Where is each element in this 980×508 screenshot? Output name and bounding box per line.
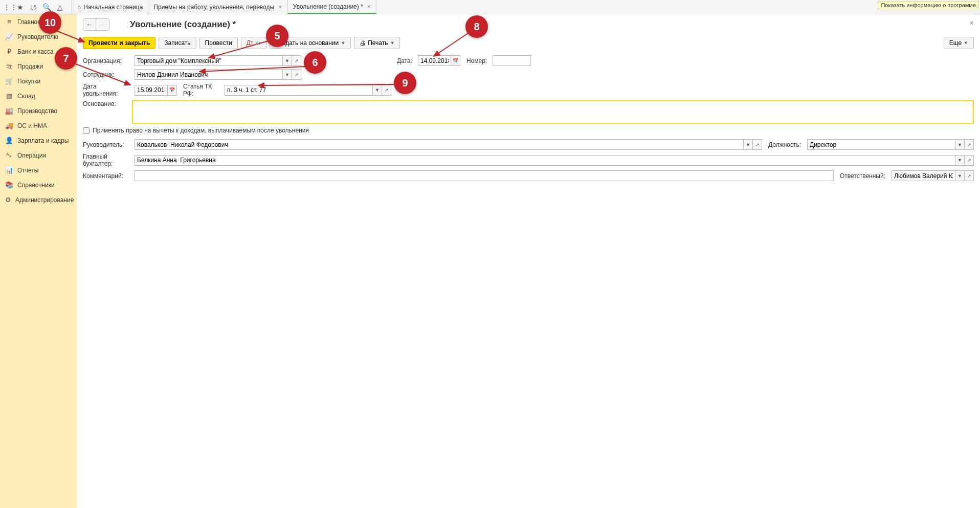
sidebar: ≡Главное 📈Руководителю ₽Банк и касса 🛍Пр… xyxy=(0,14,77,508)
ruble-icon: ₽ xyxy=(5,48,13,55)
cart-icon: 🛒 xyxy=(5,77,13,85)
org-input[interactable] xyxy=(135,55,283,66)
sidebar-item-references[interactable]: 📚Справочники xyxy=(0,178,77,192)
bag-icon: 🛍 xyxy=(5,62,13,70)
open-button[interactable]: ↗ xyxy=(292,55,301,66)
history-icon[interactable]: ⭯ xyxy=(29,3,37,11)
sidebar-item-reports[interactable]: 📊Отчеты xyxy=(0,163,77,178)
sidebar-item-purchases[interactable]: 🛒Покупки xyxy=(0,74,77,89)
marker-6: 6 xyxy=(304,51,326,74)
tab-dismissal[interactable]: Увольнение (создание) * × xyxy=(288,0,377,14)
dropdown-button[interactable]: ▼ xyxy=(283,55,292,66)
calendar-button[interactable]: 📅 xyxy=(168,85,177,96)
sidebar-item-warehouse[interactable]: ▦Склад xyxy=(0,89,77,103)
sidebar-item-admin[interactable]: ⚙Администрирование xyxy=(0,192,77,207)
page-title: Увольнение (создание) * xyxy=(130,19,236,30)
sidebar-label: Операции xyxy=(17,152,46,159)
print-label: Печать xyxy=(368,39,388,47)
marker-7: 7 xyxy=(55,47,77,70)
chart-icon: 📈 xyxy=(5,33,13,40)
chevron-down-icon: ▼ xyxy=(964,40,968,46)
open-button[interactable]: ↗ xyxy=(382,85,391,96)
sidebar-label: Отчеты xyxy=(17,167,38,174)
bars-icon: 📊 xyxy=(5,166,13,174)
emp-label: Сотрудник: xyxy=(83,71,131,78)
accountant-input[interactable] xyxy=(135,155,955,166)
sidebar-item-operations[interactable]: ᴬₖОперации xyxy=(0,148,77,163)
sidebar-item-assets[interactable]: 🚚ОС и НМА xyxy=(0,118,77,133)
books-icon: 📚 xyxy=(5,181,13,189)
sidebar-label: ОС и НМА xyxy=(17,122,47,129)
sidebar-label: Администрирование xyxy=(15,196,74,204)
open-button[interactable]: ↗ xyxy=(965,170,974,181)
forward-button[interactable]: → xyxy=(96,19,109,30)
dt-kt-button[interactable]: ДтКт xyxy=(241,37,266,49)
sidebar-label: Покупки xyxy=(17,78,40,85)
marker-9: 9 xyxy=(394,72,416,94)
top-icons: ⋮⋮⋮ ★ ⭯ 🔍 △ xyxy=(3,3,64,11)
sidebar-item-main[interactable]: ≡Главное xyxy=(0,14,77,29)
tab-label: Увольнение (создание) * xyxy=(293,3,363,10)
open-button[interactable]: ↗ xyxy=(965,155,974,166)
deduct-checkbox[interactable] xyxy=(83,127,90,134)
search-icon[interactable]: 🔍 xyxy=(42,3,51,11)
tab-hires[interactable]: Приемы на работу, увольнения, переводы × xyxy=(148,0,287,14)
tk-input[interactable] xyxy=(225,85,373,96)
dropdown-button[interactable]: ▼ xyxy=(744,139,753,150)
calendar-button[interactable]: 📅 xyxy=(451,55,460,66)
open-button[interactable]: ↗ xyxy=(965,139,974,150)
comment-label: Комментарий: xyxy=(83,172,131,180)
top-bar: ⋮⋮⋮ ★ ⭯ 🔍 △ ⌂ Начальная страница Приемы … xyxy=(0,0,980,14)
close-icon[interactable]: × xyxy=(367,3,371,10)
home-icon: ⌂ xyxy=(77,4,81,11)
manager-input[interactable] xyxy=(135,139,744,150)
close-button[interactable]: × xyxy=(969,18,974,27)
tabs: ⌂ Начальная страница Приемы на работу, у… xyxy=(72,0,376,14)
dropdown-button[interactable]: ▼ xyxy=(283,69,292,80)
open-button[interactable]: ↗ xyxy=(292,69,301,80)
save-button[interactable]: Записать xyxy=(159,37,196,49)
reason-textarea[interactable] xyxy=(132,100,974,124)
post-button[interactable]: Провести xyxy=(199,37,238,49)
close-icon[interactable]: × xyxy=(278,3,282,11)
back-button[interactable]: ← xyxy=(83,19,96,30)
open-button[interactable]: ↗ xyxy=(753,139,762,150)
more-button[interactable]: Еще ▼ xyxy=(944,37,974,49)
emp-input[interactable] xyxy=(135,69,283,80)
date-input[interactable] xyxy=(418,55,451,66)
dismiss-date-input[interactable] xyxy=(135,85,168,96)
org-label: Организация: xyxy=(83,57,131,64)
dropdown-button[interactable]: ▼ xyxy=(373,85,382,96)
dropdown-button[interactable]: ▼ xyxy=(955,170,965,181)
sidebar-item-production[interactable]: 🏭Производство xyxy=(0,103,77,118)
sidebar-label: Склад xyxy=(17,93,35,100)
marker-8: 8 xyxy=(465,15,488,38)
sidebar-label: Главное xyxy=(17,18,41,26)
tab-home[interactable]: ⌂ Начальная страница xyxy=(72,0,148,14)
position-input[interactable] xyxy=(807,139,955,150)
sidebar-item-manager[interactable]: 📈Руководителю xyxy=(0,29,77,44)
dropdown-button[interactable]: ▼ xyxy=(955,155,965,166)
gear-icon: ⚙ xyxy=(5,196,11,204)
comment-input[interactable] xyxy=(135,170,834,181)
nav-buttons: ← → xyxy=(83,18,109,31)
print-icon: 🖨 xyxy=(360,39,366,47)
responsible-label: Ответственный: xyxy=(840,172,888,180)
sidebar-label: Производство xyxy=(17,107,57,115)
about-button[interactable]: Показать информацию о программе xyxy=(878,1,979,9)
dropdown-button[interactable]: ▼ xyxy=(955,139,965,150)
post-close-button[interactable]: Провести и закрыть xyxy=(83,37,155,49)
marker-10: 10 xyxy=(39,11,61,34)
number-input[interactable] xyxy=(493,55,531,66)
sidebar-label: Справочники xyxy=(17,182,55,189)
dismiss-date-label: Дата увольнения: xyxy=(83,83,131,97)
sidebar-label: Продажи xyxy=(17,63,43,70)
sidebar-item-salary[interactable]: 👤Зарплата и кадры xyxy=(0,133,77,148)
apps-icon[interactable]: ⋮⋮⋮ xyxy=(3,3,11,11)
responsible-input[interactable] xyxy=(892,170,955,181)
print-button[interactable]: 🖨 Печать ▼ xyxy=(354,37,400,49)
bell-icon[interactable]: △ xyxy=(56,3,64,11)
star-icon[interactable]: ★ xyxy=(16,3,24,11)
number-label: Номер: xyxy=(466,57,489,64)
deduct-label: Применять право на вычеты к доходам, вып… xyxy=(93,127,309,134)
